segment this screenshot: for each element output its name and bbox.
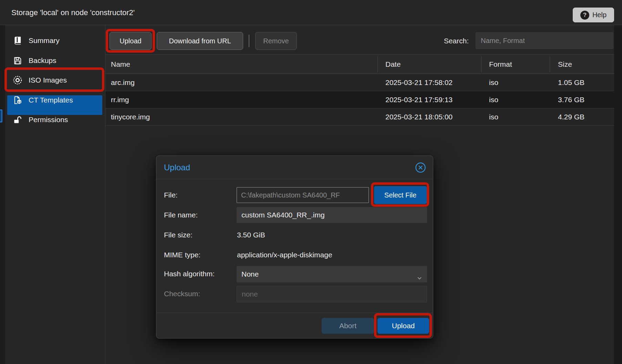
cell-name: arc.img (111, 74, 135, 91)
cell-format: iso (489, 108, 498, 125)
chevron-down-icon (416, 271, 423, 287)
sidebar: Summary Backups ISO Images CT Templates (5, 25, 105, 364)
tree-selection-fragment (0, 109, 2, 122)
floppy-icon (13, 56, 22, 65)
cell-size: 1.05 GB (558, 74, 584, 91)
table-header: Name Date Format Size (105, 54, 614, 74)
dialog-title: Upload (164, 156, 190, 179)
dialog-upload-button[interactable]: Upload (377, 318, 429, 334)
cell-date: 2025-03-21 17:58:02 (385, 74, 453, 91)
file-cube-icon (13, 95, 22, 105)
close-icon[interactable] (415, 162, 426, 173)
cell-date: 2025-03-21 18:05:00 (385, 108, 453, 125)
mime-type-value: application/x-apple-diskimage (237, 247, 332, 263)
hash-algorithm-dropdown[interactable]: None (237, 266, 427, 282)
cell-size: 3.76 GB (558, 91, 584, 108)
title-bar: Storage 'local' on node 'constructor2' ?… (0, 0, 622, 25)
unlock-icon (13, 115, 22, 125)
sidebar-item-label: ISO Images (29, 76, 67, 84)
file-size-label: File size: (164, 227, 193, 243)
sidebar-item-backups[interactable]: Backups (5, 51, 105, 70)
sidebar-item-label: Backups (29, 56, 56, 65)
book-icon (13, 36, 22, 45)
search-label: Search: (429, 32, 469, 50)
hash-algorithm-value: None (241, 270, 259, 278)
sidebar-item-iso-images[interactable]: ISO Images (5, 70, 105, 90)
upload-toolbar-button[interactable]: Upload (110, 32, 152, 50)
checksum-input (237, 286, 427, 302)
column-header-name[interactable]: Name (111, 55, 130, 74)
cell-size: 4.29 GB (558, 108, 584, 125)
help-button-label: Help (592, 11, 607, 19)
cd-icon (13, 75, 22, 85)
cell-format: iso (489, 74, 498, 91)
hash-algorithm-label: Hash algorithm: (164, 266, 215, 282)
cell-date: 2025-03-21 17:59:13 (385, 91, 453, 108)
column-header-size[interactable]: Size (558, 55, 572, 74)
file-size-value: 3.50 GiB (237, 227, 265, 243)
file-label: File: (164, 187, 178, 203)
help-button[interactable]: ? Help (573, 8, 614, 22)
upload-dialog: Upload File: Select File File name: File… (156, 156, 433, 339)
file-path-input[interactable] (237, 187, 369, 203)
left-edge-strip (0, 0, 5, 364)
proxmox-storage-window: Storage 'local' on node 'constructor2' ?… (0, 0, 622, 364)
upload-dialog-header[interactable]: Upload (156, 156, 433, 179)
column-header-date[interactable]: Date (385, 55, 401, 74)
toolbar-separator (249, 35, 249, 47)
checksum-label: Checksum: (164, 286, 200, 302)
sidebar-item-permissions[interactable]: Permissions (5, 110, 105, 129)
sidebar-item-label: CT Templates (29, 96, 73, 104)
file-name-input[interactable] (237, 207, 427, 223)
file-name-label: File name: (164, 207, 198, 223)
select-file-button[interactable]: Select File (374, 186, 427, 204)
cell-format: iso (489, 91, 498, 108)
column-header-format[interactable]: Format (489, 55, 512, 74)
table-row[interactable]: arc.img 2025-03-21 17:58:02 iso 1.05 GB (105, 74, 614, 91)
table-row[interactable]: tinycore.img 2025-03-21 18:05:00 iso 4.2… (105, 108, 614, 126)
right-edge-strip (614, 0, 622, 364)
mime-type-label: MIME type: (164, 247, 200, 263)
sidebar-item-label: Permissions (29, 116, 68, 124)
cell-name: tinycore.img (111, 108, 150, 125)
sidebar-item-ct-templates[interactable]: CT Templates (5, 90, 105, 110)
cell-name: rr.img (111, 91, 129, 108)
page-title: Storage 'local' on node 'constructor2' (11, 0, 135, 25)
remove-button: Remove (255, 32, 297, 50)
sidebar-item-label: Summary (29, 36, 60, 45)
question-circle-icon: ? (580, 11, 589, 20)
abort-button: Abort (322, 318, 374, 334)
download-from-url-button[interactable]: Download from URL (157, 32, 243, 50)
dialog-footer-divider (156, 313, 433, 313)
sidebar-item-summary[interactable]: Summary (5, 31, 105, 50)
table-row[interactable]: rr.img 2025-03-21 17:59:13 iso 3.76 GB (105, 91, 614, 108)
search-input[interactable] (476, 32, 613, 49)
